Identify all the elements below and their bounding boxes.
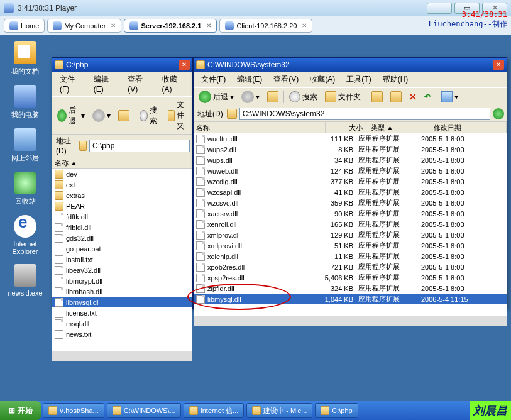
desktop-icon[interactable]: newsid.exe — [5, 264, 45, 297]
menu-item[interactable]: 编辑(E) — [89, 73, 121, 95]
list-item[interactable]: libmhash.dll — [52, 286, 192, 297]
list-item[interactable]: xpob2res.dll721 KB应用程序扩展2005-5-1 8:00 — [194, 262, 507, 272]
list-item[interactable]: license.txt — [52, 307, 192, 318]
col-size[interactable]: 大小 — [326, 122, 368, 133]
forward-button[interactable]: ▾ — [90, 108, 113, 123]
moveto-button[interactable] — [369, 90, 385, 104]
copyto-button[interactable] — [388, 90, 404, 104]
list-item[interactable]: xmlprov.dll129 KB应用程序扩展2005-5-1 8:00 — [194, 229, 507, 240]
vm-tab[interactable]: Home — [4, 19, 45, 33]
desktop-icon[interactable]: 回收站 — [5, 172, 45, 206]
vm-tab[interactable]: Client-192.168.2.20✕ — [219, 19, 312, 33]
desktop-icon[interactable]: 我的文档 — [5, 41, 45, 76]
list-item[interactable]: wzcdlg.dll377 KB应用程序扩展2005-5-1 8:00 — [194, 176, 507, 187]
back-button[interactable]: 后退 ▾ — [196, 89, 236, 104]
exp2-column-header[interactable]: 名称 大小 类型 ▲ 修改日期 — [194, 122, 507, 133]
exp1-menubar[interactable]: 文件(F)编辑(E)查看(V)收藏(A) — [52, 72, 192, 96]
menu-item[interactable]: 工具(T) — [341, 73, 376, 86]
exp2-addressbar: 地址(D) — [194, 106, 507, 122]
up-button[interactable] — [116, 109, 132, 123]
exp1-file-list[interactable]: devextextrasPEARfdftk.dllfribidi.dllgds3… — [52, 169, 192, 351]
explorer-window-php[interactable]: C:\php × 文件(F)编辑(E)查看(V)收藏(A) 后退 ▾ ▾ 搜索 … — [52, 57, 193, 309]
list-item[interactable]: msql.dll — [52, 318, 192, 329]
up-button[interactable] — [265, 90, 281, 104]
exp1-hscroll[interactable] — [52, 351, 192, 361]
taskbar-button[interactable]: \\.host\Sha... — [43, 403, 104, 418]
list-item[interactable]: go-pear.bat — [52, 243, 192, 254]
list-item[interactable]: wups.dll34 KB应用程序扩展2005-5-1 8:00 — [194, 155, 507, 165]
exp1-titlebar[interactable]: C:\php × — [52, 58, 192, 72]
back-button[interactable]: 后退 ▾ — [55, 104, 87, 128]
list-item[interactable]: xolehlp.dll11 KB应用程序扩展2005-5-1 8:00 — [194, 251, 507, 262]
taskbar-button[interactable]: 建设中 - Mic... — [246, 403, 312, 418]
exp1-close-button[interactable]: × — [179, 60, 190, 70]
vm-tab[interactable]: Server-192.168.2.1✕ — [124, 19, 217, 33]
exp2-address-input[interactable] — [239, 108, 490, 120]
list-item[interactable]: extras — [52, 190, 192, 201]
desktop-icon[interactable]: 我的电脑 — [5, 85, 45, 119]
list-item[interactable]: libmcrypt.dll — [52, 275, 192, 286]
exp1-column-header[interactable]: 名称 ▲ — [52, 157, 192, 169]
col-name[interactable]: 名称 ▲ — [52, 157, 192, 168]
desktop-icon[interactable]: 网上邻居 — [5, 128, 45, 163]
menu-item[interactable]: 查看(V) — [268, 73, 304, 86]
undo-button[interactable]: ↶ — [422, 91, 433, 102]
vm-tab[interactable]: My Computer✕ — [47, 19, 121, 33]
exp2-file-list[interactable]: wucltui.dll111 KB应用程序扩展2005-5-1 8:00wups… — [194, 133, 507, 316]
close-icon[interactable]: ✕ — [206, 22, 211, 29]
list-item[interactable]: wzcsvc.dll359 KB应用程序扩展2005-5-1 8:00 — [194, 197, 507, 208]
close-icon[interactable]: ✕ — [302, 22, 307, 29]
exp2-titlebar[interactable]: C:\WINDOWS\system32 × — [194, 58, 507, 72]
menu-item[interactable]: 收藏(A) — [157, 73, 190, 95]
list-item[interactable]: xpsp2res.dll5,406 KB应用程序扩展2005-5-1 8:00 — [194, 272, 507, 283]
explorer-window-system32[interactable]: C:\WINDOWS\system32 × 文件(F)编辑(E)查看(V)收藏(… — [193, 57, 507, 309]
list-item[interactable]: fribidi.dll — [52, 222, 192, 233]
list-item[interactable]: libmysql.dll1,044 KB应用程序扩展2006-5-4 11:15 — [194, 294, 507, 304]
exp1-address-input[interactable] — [89, 140, 190, 152]
search-button[interactable]: 搜索 — [137, 104, 163, 128]
desktop-icon[interactable]: Internet Explorer — [5, 215, 45, 255]
exp2-menubar[interactable]: 文件(F)编辑(E)查看(V)收藏(A)工具(T)帮助(H) — [194, 72, 507, 87]
col-name[interactable]: 名称 — [194, 122, 326, 133]
col-date[interactable]: 修改日期 — [431, 122, 507, 133]
list-item[interactable]: wups2.dll8 KB应用程序扩展2005-5-1 8:00 — [194, 144, 507, 155]
go-icon[interactable] — [493, 108, 504, 119]
start-button[interactable]: ⊞ 开始 — [0, 401, 41, 420]
list-item[interactable]: dev — [52, 169, 192, 179]
list-item[interactable]: install.txt — [52, 254, 192, 265]
taskbar-button[interactable]: C:\WINDOWS\... — [107, 403, 181, 418]
list-item[interactable]: wzcsapi.dll41 KB应用程序扩展2005-5-1 8:00 — [194, 187, 507, 197]
close-icon[interactable]: ✕ — [111, 22, 116, 29]
list-item[interactable]: wucltui.dll111 KB应用程序扩展2005-5-1 8:00 — [194, 133, 507, 144]
list-item[interactable]: fdftk.dll — [52, 211, 192, 222]
folders-button[interactable]: 文件夹 — [165, 98, 191, 133]
list-item[interactable]: xmlprovi.dll51 KB应用程序扩展2005-5-1 8:00 — [194, 240, 507, 251]
menu-item[interactable]: 编辑(E) — [232, 73, 267, 86]
forward-button[interactable]: ▾ — [239, 89, 262, 104]
list-item[interactable]: libeay32.dll — [52, 265, 192, 275]
menu-item[interactable]: 文件(F) — [55, 73, 87, 95]
menu-item[interactable]: 收藏(A) — [305, 73, 340, 86]
list-item[interactable]: PEAR — [52, 201, 192, 211]
delete-button[interactable]: ✕ — [407, 91, 419, 103]
vm-minimize-button[interactable]: — — [427, 3, 452, 14]
list-item[interactable]: gds32.dll — [52, 233, 192, 243]
taskbar-button[interactable]: C:\php — [315, 403, 358, 418]
exp2-close-button[interactable]: × — [493, 60, 504, 70]
col-type[interactable]: 类型 ▲ — [368, 122, 431, 133]
list-item[interactable]: zipfldr.dll324 KB应用程序扩展2005-5-1 8:00 — [194, 283, 507, 294]
list-item[interactable]: libmysql.dll — [52, 297, 192, 307]
list-item[interactable]: news.txt — [52, 329, 192, 340]
list-item[interactable]: xactsrv.dll90 KB应用程序扩展2005-5-1 8:00 — [194, 208, 507, 219]
menu-item[interactable]: 帮助(H) — [378, 73, 414, 86]
list-item[interactable]: ext — [52, 179, 192, 190]
menu-item[interactable]: 查看(V) — [123, 73, 155, 95]
menu-item[interactable]: 文件(F) — [196, 73, 231, 86]
folders-button[interactable]: 文件夹 — [322, 90, 363, 104]
list-item[interactable]: wuweb.dll124 KB应用程序扩展2005-5-1 8:00 — [194, 165, 507, 176]
search-button[interactable]: 搜索 — [287, 90, 320, 104]
taskbar-button[interactable]: Internet 信... — [184, 403, 245, 418]
list-item[interactable]: xenroll.dll165 KB应用程序扩展2005-5-1 8:00 — [194, 219, 507, 229]
views-button[interactable]: ▾ — [439, 90, 461, 104]
exp2-hscroll[interactable] — [194, 316, 507, 326]
